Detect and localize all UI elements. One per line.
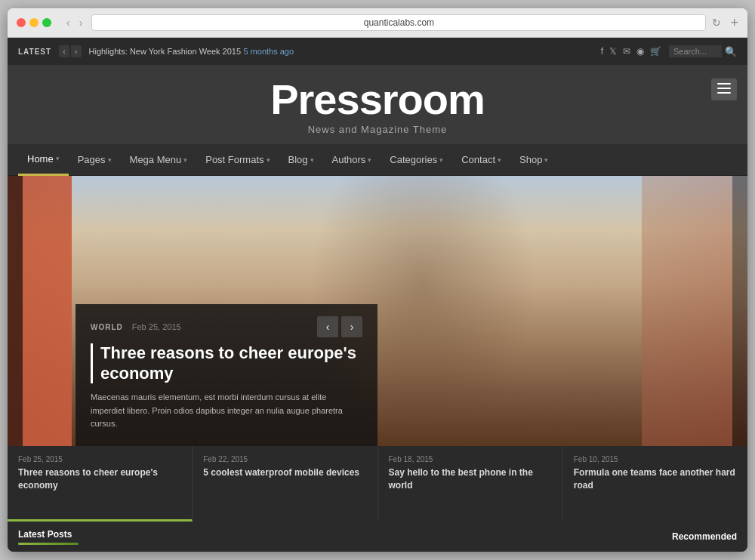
site-title: Pressroom [15, 78, 740, 121]
strip-date-3: Feb 18, 2015 [389, 455, 552, 463]
strip-title-4: Formula one teams face another hard road [574, 466, 737, 492]
nav-blog-label: Blog [288, 154, 308, 165]
address-bar[interactable] [91, 14, 706, 31]
minimize-dot[interactable] [29, 18, 39, 27]
nav-item-post-formats[interactable]: Post Formats ▾ [196, 144, 279, 176]
facebook-icon[interactable]: f [601, 46, 603, 57]
svg-rect-1 [717, 88, 731, 89]
photo-right-area [642, 176, 732, 446]
strip-date-4: Feb 10, 2015 [574, 455, 737, 463]
nav-item-shop[interactable]: Shop ▾ [510, 144, 557, 176]
nav-item-contact[interactable]: Contact ▾ [452, 144, 510, 176]
photo-person-area [310, 176, 536, 446]
green-bar [18, 543, 79, 545]
reload-button[interactable]: ↻ [712, 17, 721, 29]
strip-date-1: Feb 25, 2015 [18, 455, 181, 463]
nav-item-blog[interactable]: Blog ▾ [279, 144, 323, 176]
nav-pages-label: Pages [78, 154, 106, 165]
strip-article-4[interactable]: Feb 10, 2015 Formula one teams face anot… [563, 446, 747, 522]
strip-title-1: Three reasons to cheer europe's economy [18, 466, 181, 492]
nav-shop-label: Shop [519, 154, 542, 165]
bottom-left-label: Latest Posts [18, 529, 79, 540]
hero-date: Feb 25, 2015 [132, 322, 181, 331]
forward-button[interactable]: › [76, 15, 86, 30]
nav-contact-label: Contact [461, 154, 495, 165]
bottom-left: Latest Posts [18, 529, 79, 545]
nav-item-authors[interactable]: Authors ▾ [323, 144, 381, 176]
topbar-nav: ‹ › [59, 45, 81, 57]
nav-mega-menu-chevron: ▾ [183, 156, 187, 164]
site-content: LATEST ‹ › Highlights: New York Fashion … [8, 38, 747, 552]
back-button[interactable]: ‹ [63, 15, 73, 30]
svg-rect-0 [717, 83, 731, 85]
close-dot[interactable] [17, 18, 26, 27]
bottom-strip: Feb 25, 2015 Three reasons to cheer euro… [8, 446, 747, 522]
site-tagline: News and Magazine Theme [15, 124, 740, 135]
new-tab-button[interactable]: + [730, 15, 738, 31]
hero-main: WORLD Feb 25, 2015 ‹ › Three reasons to … [8, 176, 747, 446]
hero-category: WORLD [91, 323, 123, 331]
nav-mega-menu-label: Mega Menu [130, 154, 182, 165]
strip-date-2: Feb 22, 2015 [203, 455, 366, 463]
search-button[interactable]: 🔍 [725, 46, 737, 57]
topbar-social: f 𝕏 ✉ ◉ 🛒 [601, 46, 661, 57]
cart-icon[interactable]: 🛒 [650, 46, 661, 57]
nav-item-home[interactable]: Home ▾ [18, 144, 69, 176]
nav-authors-label: Authors [332, 154, 366, 165]
nav-categories-label: Categories [390, 154, 437, 165]
bottom-section: Latest Posts Recommended [8, 522, 747, 552]
browser-dots [17, 18, 51, 27]
topbar-next-button[interactable]: › [71, 45, 82, 57]
bottom-right-label: Recommended [672, 531, 737, 542]
browser-nav-buttons: ‹ › [63, 15, 85, 30]
nav-post-formats-chevron: ▾ [267, 156, 270, 164]
strip-article-3[interactable]: Feb 18, 2015 Say hello to the best phone… [378, 446, 563, 522]
nav-home-chevron: ▾ [56, 155, 60, 162]
nav-pages-chevron: ▾ [108, 156, 112, 164]
site-nav: Home ▾ Pages ▾ Mega Menu ▾ Post Formats … [8, 144, 747, 176]
hero-section: WORLD Feb 25, 2015 ‹ › Three reasons to … [8, 176, 747, 552]
topbar-search: 🔍 [669, 45, 737, 57]
menu-toggle-icon[interactable] [711, 78, 737, 100]
time-ago: 5 months ago [243, 47, 294, 56]
maximize-dot[interactable] [42, 18, 51, 27]
topbar-prev-button[interactable]: ‹ [59, 45, 69, 57]
nav-item-pages[interactable]: Pages ▾ [69, 144, 121, 176]
photo-left-edge [8, 176, 23, 446]
topbar-headline: Highlights: New York Fashion Week 2015 5… [89, 46, 593, 57]
nav-categories-chevron: ▾ [439, 156, 443, 164]
search-input[interactable] [669, 45, 722, 57]
headline-text: Highlights: New York Fashion Week 2015 [89, 47, 242, 56]
browser-window: ‹ › ↻ + LATEST ‹ › Highlights: New York … [8, 8, 747, 552]
top-bar: LATEST ‹ › Highlights: New York Fashion … [8, 38, 747, 65]
nav-blog-chevron: ▾ [310, 156, 314, 164]
twitter-icon[interactable]: 𝕏 [609, 46, 617, 57]
strip-title-3: Say hello to the best phone in the world [389, 466, 552, 492]
browser-chrome: ‹ › ↻ + [8, 8, 747, 38]
strip-article-2[interactable]: Feb 22, 2015 5 coolest waterproof mobile… [193, 446, 378, 522]
latest-label: LATEST [18, 48, 51, 56]
nav-home-label: Home [27, 153, 54, 165]
nav-shop-chevron: ▾ [544, 156, 548, 164]
nav-item-categories[interactable]: Categories ▾ [381, 144, 452, 176]
nav-post-formats-label: Post Formats [205, 154, 263, 165]
strip-title-2: 5 coolest waterproof mobile devices [203, 466, 366, 479]
nav-item-mega-menu[interactable]: Mega Menu ▾ [121, 144, 197, 176]
strip-article-1[interactable]: Feb 25, 2015 Three reasons to cheer euro… [8, 446, 193, 522]
svg-rect-2 [717, 92, 731, 94]
nav-contact-chevron: ▾ [498, 156, 501, 164]
email-icon[interactable]: ✉ [623, 46, 630, 57]
photo-right-edge [732, 176, 747, 446]
feed-icon[interactable]: ◉ [636, 46, 644, 57]
nav-authors-chevron: ▾ [368, 156, 371, 164]
site-header: Pressroom News and Magazine Theme [8, 65, 747, 144]
